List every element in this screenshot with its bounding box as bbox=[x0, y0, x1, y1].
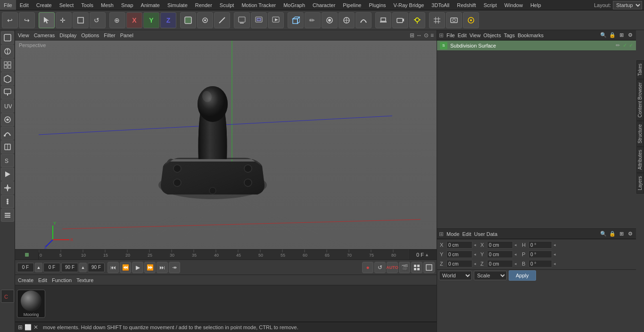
end-frame-input-1[interactable]: 0 F bbox=[43, 263, 60, 272]
x-axis-button[interactable]: X bbox=[126, 12, 142, 28]
status-icon-3[interactable]: ✕ bbox=[33, 324, 38, 331]
move-tool-button[interactable]: ✛ bbox=[56, 12, 72, 28]
grid-toggle-button[interactable] bbox=[429, 12, 445, 28]
object-mode-button[interactable] bbox=[180, 12, 196, 28]
rbar-search-icon[interactable]: 🔍 bbox=[600, 32, 607, 39]
coord-p-arrow[interactable]: ◂ bbox=[553, 252, 556, 257]
rbar-file[interactable]: File bbox=[446, 32, 455, 38]
sidebar-material-btn[interactable] bbox=[1, 72, 14, 85]
coord-x-arrow[interactable]: ◂ bbox=[473, 243, 477, 247]
coord-sy-input[interactable] bbox=[487, 251, 513, 258]
object-list-item[interactable]: S Subdivision Surface ✏ ✓ ✓ bbox=[437, 40, 636, 51]
step-back-button[interactable]: ⏪ bbox=[120, 262, 131, 273]
camera-view-button[interactable] bbox=[446, 12, 462, 28]
viewport-icon-menu[interactable]: ≡ bbox=[430, 32, 434, 39]
menu-motion-tracker[interactable]: Motion Tracker bbox=[238, 0, 280, 10]
render-to-po-button[interactable] bbox=[268, 12, 284, 28]
menu-file[interactable]: File bbox=[0, 0, 16, 10]
menu-animate[interactable]: Animate bbox=[137, 0, 164, 10]
sidebar-uv-btn[interactable]: UV bbox=[1, 99, 14, 113]
attr-gear-icon[interactable]: ⚙ bbox=[627, 230, 634, 238]
rbar-bookmarks[interactable]: Bookmarks bbox=[518, 32, 544, 38]
timeline-ruler[interactable]: 0 5 10 15 20 25 30 35 40 bbox=[39, 250, 408, 259]
obj-action-pen[interactable]: ✏ bbox=[616, 42, 620, 49]
frame-up-arrow[interactable]: ▲ bbox=[35, 263, 42, 272]
z-axis-button[interactable]: Z bbox=[160, 12, 176, 28]
menu-script[interactable]: Script bbox=[480, 0, 501, 10]
menu-redshift[interactable]: Redshift bbox=[453, 0, 479, 10]
vt-panel[interactable]: Panel bbox=[120, 32, 133, 38]
light-setup-button[interactable] bbox=[463, 12, 479, 28]
rtab-content-browser[interactable]: Content Browser bbox=[636, 79, 644, 121]
rbar-objects[interactable]: Objects bbox=[483, 32, 501, 38]
record-button[interactable]: ● bbox=[362, 262, 373, 273]
attr-search-icon[interactable]: 🔍 bbox=[600, 230, 607, 238]
sidebar-paint-btn[interactable] bbox=[1, 113, 14, 126]
mat-texture[interactable]: Texture bbox=[76, 277, 93, 283]
menu-edit[interactable]: Edit bbox=[16, 0, 33, 10]
viewport-canvas[interactable]: Perspective bbox=[15, 40, 437, 249]
menu-mesh[interactable]: Mesh bbox=[97, 0, 117, 10]
scale-dropdown[interactable]: Scale bbox=[474, 271, 507, 280]
end-frame-input-2[interactable]: 90 F bbox=[61, 263, 78, 272]
camera-button[interactable] bbox=[392, 12, 408, 28]
rtab-takes[interactable]: Takes bbox=[636, 60, 644, 79]
viewport[interactable]: View Cameras Display Options Filter Pane… bbox=[15, 30, 437, 249]
coord-z-input[interactable] bbox=[446, 260, 472, 267]
edge-mode-button[interactable] bbox=[214, 12, 230, 28]
step-forward-button[interactable]: ⏩ bbox=[144, 262, 156, 273]
sidebar-brush-btn[interactable] bbox=[1, 86, 14, 99]
layout-select[interactable]: Startup bbox=[613, 1, 642, 9]
rbar-edit[interactable]: Edit bbox=[458, 32, 467, 38]
menu-render[interactable]: Render bbox=[191, 0, 216, 10]
rtab-attributes[interactable]: Attributes bbox=[636, 146, 644, 173]
scale-tool-button[interactable] bbox=[73, 12, 89, 28]
menu-plugins[interactable]: Plugins bbox=[365, 0, 389, 10]
sidebar-bottom-btn1[interactable]: C bbox=[1, 290, 14, 303]
vt-cameras[interactable]: Cameras bbox=[34, 32, 55, 38]
vt-view[interactable]: View bbox=[18, 32, 29, 38]
mat-function[interactable]: Function bbox=[52, 277, 72, 283]
status-icon-1[interactable]: ⊞ bbox=[18, 324, 23, 331]
coord-b-input[interactable] bbox=[528, 260, 552, 267]
goto-last-key-button[interactable]: ↠ bbox=[169, 262, 180, 273]
playback-extra-btn5[interactable] bbox=[411, 262, 422, 273]
goto-end-button[interactable]: ⏭ bbox=[157, 262, 168, 273]
start-frame-input[interactable]: 0 F bbox=[17, 263, 34, 272]
rtab-structure[interactable]: Structure bbox=[636, 121, 644, 147]
rtab-layers[interactable]: Layers bbox=[636, 173, 644, 194]
coord-sz-arrow[interactable]: ◂ bbox=[514, 261, 517, 266]
menu-vray[interactable]: V-Ray Bridge bbox=[390, 0, 428, 10]
coord-b-arrow[interactable]: ◂ bbox=[553, 261, 556, 266]
obj-action-check2[interactable]: ✓ bbox=[629, 42, 633, 49]
rbar-expand-icon[interactable]: ⊞ bbox=[618, 32, 625, 39]
sidebar-rigging-btn[interactable]: S bbox=[1, 154, 14, 167]
sidebar-animate-btn[interactable] bbox=[1, 168, 14, 181]
redo-button[interactable]: ↪ bbox=[19, 12, 35, 28]
sidebar-more-btn[interactable] bbox=[1, 209, 14, 222]
menu-select[interactable]: Select bbox=[56, 0, 78, 10]
world-dropdown[interactable]: World bbox=[439, 271, 472, 280]
end-frame-input-3[interactable]: 90 F bbox=[88, 263, 105, 272]
deformer-button[interactable] bbox=[355, 12, 372, 28]
coord-p-input[interactable] bbox=[528, 251, 552, 258]
attr-user-data[interactable]: User Data bbox=[474, 231, 498, 237]
coord-y-input[interactable] bbox=[446, 251, 472, 258]
menu-simulate[interactable]: Simulate bbox=[164, 0, 191, 10]
vt-display[interactable]: Display bbox=[59, 32, 76, 38]
auto-key-button[interactable]: AUTO bbox=[387, 262, 398, 273]
apply-button[interactable]: Apply bbox=[509, 270, 536, 281]
menu-help[interactable]: Help bbox=[527, 0, 545, 10]
sidebar-objects-btn[interactable] bbox=[1, 31, 14, 44]
menu-window[interactable]: Window bbox=[501, 0, 527, 10]
status-icon-2[interactable]: ⬜ bbox=[25, 324, 32, 331]
rbar-tags[interactable]: Tags bbox=[504, 32, 515, 38]
pen-tool-button[interactable]: ✏ bbox=[305, 12, 321, 28]
floor-button[interactable] bbox=[375, 12, 391, 28]
rbar-lock-icon[interactable]: 🔒 bbox=[609, 32, 616, 39]
menu-create[interactable]: Create bbox=[33, 0, 56, 10]
motion-record-button[interactable]: 🎬 bbox=[399, 262, 410, 273]
sidebar-snap-btn[interactable] bbox=[1, 181, 14, 194]
mat-edit[interactable]: Edit bbox=[38, 277, 47, 283]
render-region-button[interactable] bbox=[251, 12, 267, 28]
